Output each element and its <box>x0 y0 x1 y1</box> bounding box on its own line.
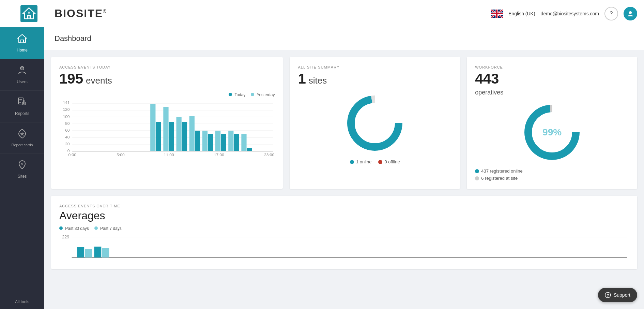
users-icon <box>17 65 27 77</box>
sidebar-item-sites[interactable]: 3 Sites <box>0 153 44 185</box>
reports-icon <box>17 97 27 108</box>
svg-text:229: 229 <box>62 235 69 239</box>
svg-text:0:00: 0:00 <box>68 153 76 157</box>
support-button[interactable]: ? Support <box>598 288 637 302</box>
workforce-title: 443 <box>475 71 629 87</box>
svg-text:0: 0 <box>67 149 70 152</box>
svg-text:?: ? <box>607 293 609 297</box>
sidebar-reports-label: Reports <box>15 111 29 116</box>
svg-rect-50 <box>182 122 187 151</box>
averages-chart: 229 <box>59 234 629 261</box>
sidebar-item-report-cards[interactable]: Report cards <box>0 122 44 153</box>
all-site-subtitle: ALL SITE SUMMARY <box>298 65 452 69</box>
svg-rect-51 <box>189 116 195 151</box>
registered-at-site-dot <box>475 176 479 180</box>
svg-rect-52 <box>195 131 200 151</box>
svg-rect-49 <box>176 117 181 151</box>
svg-text:23:00: 23:00 <box>264 153 274 157</box>
registered-online-legend: 437 registered online <box>475 168 629 174</box>
svg-text:80: 80 <box>65 121 70 125</box>
user-account-button[interactable] <box>624 7 637 20</box>
access-events-subtitle: ACCESS EVENTS TODAY <box>59 65 275 69</box>
uk-flag-icon <box>491 10 503 18</box>
svg-rect-53 <box>202 131 208 151</box>
workforce-legend: 437 registered online 6 registered at si… <box>475 168 629 181</box>
page-title: Dashboard <box>44 27 644 50</box>
sites-count: 1 <box>298 71 306 87</box>
support-icon: ? <box>605 292 611 298</box>
svg-rect-57 <box>228 131 233 151</box>
averages-subtitle: ACCESS EVENTS OVER TIME <box>59 204 629 208</box>
svg-rect-75 <box>94 247 101 258</box>
chart-legend: Today Yesterday <box>59 92 275 97</box>
workforce-donut-container: 99% 437 registered online <box>475 102 629 181</box>
svg-rect-45 <box>150 104 155 151</box>
report-cards-icon <box>17 129 27 140</box>
sites-label: sites <box>309 75 327 86</box>
access-events-label: events <box>86 75 112 86</box>
home-header-icon <box>20 5 37 22</box>
svg-rect-76 <box>102 248 109 258</box>
svg-rect-54 <box>208 134 213 151</box>
svg-rect-55 <box>215 131 220 151</box>
support-label: Support <box>614 292 630 298</box>
users-svg-icon <box>17 65 27 75</box>
bar-chart-svg: 141 120 100 80 60 40 20 0 <box>59 100 275 158</box>
svg-text:11:00: 11:00 <box>164 153 174 157</box>
help-button[interactable]: ? <box>604 7 618 20</box>
avg-7-dot <box>94 226 98 230</box>
sidebar-item-home[interactable]: Home <box>0 27 44 59</box>
svg-point-14 <box>629 11 632 14</box>
sidebar-sites-label: Sites <box>18 174 27 179</box>
reports-svg-icon <box>17 97 27 107</box>
workforce-percentage: 99% <box>542 127 562 138</box>
sidebar-report-cards-label: Report cards <box>12 143 33 147</box>
svg-rect-24 <box>24 100 25 105</box>
legend-today: Today <box>229 92 245 97</box>
avg-30-dot <box>59 226 63 230</box>
svg-text:100: 100 <box>63 115 70 118</box>
sites-donut-legend: 1 online 0 offline <box>350 159 400 164</box>
svg-point-3 <box>28 12 30 14</box>
today-dot <box>229 93 232 96</box>
offline-dot <box>378 160 382 164</box>
svg-rect-73 <box>77 247 84 258</box>
averages-header: ACCESS EVENTS OVER TIME Averages <box>59 204 629 222</box>
sidebar-item-users[interactable]: Users <box>0 59 44 91</box>
workforce-card: WORKFORCE 443 operatives <box>467 57 637 189</box>
svg-rect-25 <box>25 102 26 105</box>
registered-at-site-text: 6 registered at site <box>481 176 518 181</box>
sites-donut-svg <box>344 92 405 154</box>
averages-chart-svg: 229 <box>59 234 629 261</box>
svg-rect-18 <box>20 68 24 69</box>
sites-offline-legend: 0 offline <box>378 159 400 164</box>
header-right: English (UK) demo@biositesystems.com ? <box>491 7 637 20</box>
svg-text:17:00: 17:00 <box>214 153 224 157</box>
sites-online-legend: 1 online <box>350 159 372 164</box>
sidebar-all-tools[interactable]: All tools <box>0 295 44 309</box>
sites-online-count: 1 online <box>356 159 372 164</box>
registered-online-text: 437 registered online <box>481 168 522 174</box>
svg-text:60: 60 <box>65 128 70 132</box>
svg-rect-58 <box>234 134 239 151</box>
averages-title: Averages <box>59 209 629 222</box>
logo: BIOSITE® <box>55 7 107 20</box>
svg-rect-47 <box>163 107 168 151</box>
svg-rect-56 <box>221 134 226 151</box>
cards-row-top: ACCESS EVENTS TODAY 195 events Today Yes… <box>51 57 637 189</box>
user-email: demo@biositesystems.com <box>541 11 599 16</box>
workforce-subtitle: WORKFORCE <box>475 65 629 69</box>
sites-offline-count: 0 offline <box>384 159 400 164</box>
svg-text:20: 20 <box>65 142 70 146</box>
svg-text:120: 120 <box>63 107 70 111</box>
svg-rect-59 <box>241 134 246 151</box>
home-icon <box>17 33 27 45</box>
sidebar-item-reports[interactable]: Reports <box>0 91 44 122</box>
workforce-count: 443 <box>475 71 499 87</box>
svg-marker-15 <box>18 34 27 42</box>
avg-legend-7: Past 7 days <box>94 226 122 231</box>
workforce-label: operatives <box>475 89 629 96</box>
sites-donut-container: 1 online 0 offline <box>298 92 452 164</box>
svg-rect-46 <box>156 122 161 151</box>
workforce-donut: 99% <box>521 102 583 163</box>
